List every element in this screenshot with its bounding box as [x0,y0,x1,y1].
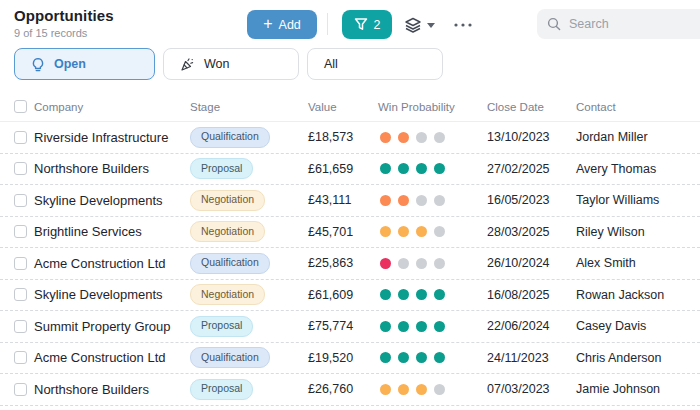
row-checkbox[interactable] [14,288,27,301]
more-options-button[interactable] [447,12,479,38]
stage-cell: Negotiation [190,190,308,211]
row-checkbox[interactable] [14,162,27,175]
table-row[interactable]: Northshore Builders Proposal £26,760 07/… [0,374,700,406]
probability-dot-orange [398,132,409,143]
table-row[interactable]: Acme Construction Ltd Qualification £19,… [0,343,700,375]
column-header-win-probability[interactable]: Win Probability [378,101,487,113]
probability-dot-amber [398,226,409,237]
stage-cell: Qualification [190,127,308,148]
probability-dot-amber [416,384,427,395]
opportunities-table: Company Stage Value Win Probability Clos… [0,92,700,406]
search-input[interactable] [569,17,700,31]
row-checkbox[interactable] [14,351,27,364]
contact-cell: Alex Smith [576,256,700,270]
search-icon [547,17,561,31]
probability-dots [378,384,487,395]
stage-cell: Qualification [190,347,308,368]
select-all-checkbox[interactable] [14,100,27,113]
contact-cell: Chris Anderson [576,351,700,365]
filter-tab-all-label: All [324,57,338,71]
company-cell: Summit Property Group [34,319,190,334]
stage-cell: Negotiation [190,284,308,305]
probability-dot-gray [416,195,427,206]
probability-dot-teal [416,352,427,363]
page-header: Opportunities 9 of 15 records + Add 2 [0,0,700,48]
view-filter-tabs: Open Won All [14,48,443,80]
value-cell: £43,111 [308,193,378,207]
probability-dot-teal [398,321,409,332]
company-cell: Northshore Builders [34,161,190,176]
plus-icon: + [263,16,272,32]
layers-button[interactable] [399,12,439,38]
row-checkbox-cell [0,320,34,333]
company-cell: Northshore Builders [34,382,190,397]
table-row[interactable]: Summit Property Group Proposal £75,774 2… [0,311,700,343]
row-checkbox[interactable] [14,257,27,270]
filter-tab-won-label: Won [204,57,229,71]
value-cell: £19,520 [308,351,378,365]
value-cell: £25,863 [308,256,378,270]
probability-dot-red [380,258,391,269]
company-cell: Brightline Services [34,224,190,239]
table-body: Riverside Infrastructure Qualification £… [0,122,700,406]
value-cell: £61,609 [308,288,378,302]
row-checkbox[interactable] [14,194,27,207]
table-row[interactable]: Brightline Services Negotiation £45,701 … [0,217,700,249]
probability-dots [378,163,487,174]
table-row[interactable]: Northshore Builders Proposal £61,659 27/… [0,154,700,186]
row-checkbox-cell [0,383,34,396]
stage-cell: Proposal [190,316,308,337]
probability-dots [378,258,487,269]
stage-badge: Qualification [190,127,270,148]
probability-dot-gray [434,132,445,143]
filter-tab-won[interactable]: Won [163,48,299,80]
row-checkbox[interactable] [14,131,27,144]
table-row[interactable]: Skyline Developments Negotiation £61,609… [0,280,700,312]
close-date-cell: 28/03/2025 [487,225,576,239]
probability-dot-teal [434,163,445,174]
search-box[interactable] [537,9,700,39]
probability-dot-gray [398,258,409,269]
row-checkbox[interactable] [14,225,27,238]
row-checkbox-cell [0,131,34,144]
filter-tab-open-label: Open [54,57,86,71]
probability-dot-teal [398,289,409,300]
probability-dot-teal [416,289,427,300]
filter-tab-all[interactable]: All [307,48,443,80]
probability-dot-teal [380,289,391,300]
probability-dot-amber [416,226,427,237]
table-row[interactable]: Skyline Developments Negotiation £43,111… [0,185,700,217]
column-header-stage[interactable]: Stage [190,101,308,113]
table-row[interactable]: Riverside Infrastructure Qualification £… [0,122,700,154]
layers-icon [404,16,422,34]
record-count: 9 of 15 records [14,27,114,39]
opportunities-page: Opportunities 9 of 15 records + Add 2 [0,0,700,410]
stage-cell: Proposal [190,379,308,400]
filter-tab-open[interactable]: Open [14,48,155,80]
contact-cell: Casey Davis [576,319,700,333]
column-header-company[interactable]: Company [34,101,190,113]
probability-dot-teal [434,321,445,332]
row-checkbox[interactable] [14,383,27,396]
contact-cell: Riley Wilson [576,225,700,239]
filter-button[interactable]: 2 [342,10,392,39]
row-checkbox[interactable] [14,320,27,333]
table-row[interactable]: Acme Construction Ltd Qualification £25,… [0,248,700,280]
party-popper-icon [180,57,195,72]
row-checkbox-cell [0,257,34,270]
probability-dot-gray [434,195,445,206]
close-date-cell: 07/03/2023 [487,382,576,396]
column-header-value[interactable]: Value [308,101,378,113]
column-header-contact[interactable]: Contact [576,101,700,113]
add-button[interactable]: + Add [247,10,317,39]
column-header-close-date[interactable]: Close Date [487,101,576,113]
value-cell: £45,701 [308,225,378,239]
stage-badge: Negotiation [190,190,265,211]
stage-badge: Proposal [190,316,253,337]
stage-cell: Proposal [190,158,308,179]
probability-dot-teal [398,163,409,174]
row-checkbox-cell [0,194,34,207]
probability-dot-teal [434,289,445,300]
probability-dot-gray [434,258,445,269]
value-cell: £75,774 [308,319,378,333]
